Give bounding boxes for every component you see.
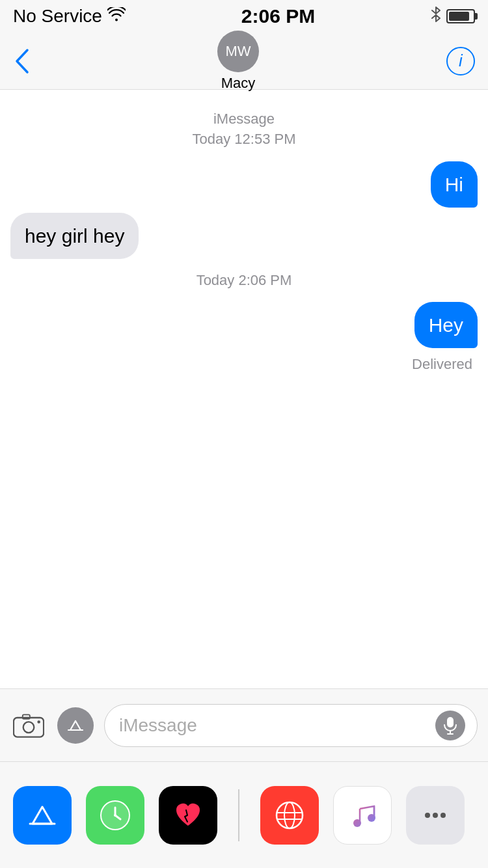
message-text-hi: Hi xyxy=(445,174,463,195)
svg-point-1 xyxy=(23,722,34,733)
camera-button[interactable] xyxy=(10,707,47,744)
dock-search-icon[interactable] xyxy=(260,786,319,845)
messages-area: iMessage Today 12:53 PM Hi hey girl hey … xyxy=(0,90,488,688)
timestamp-group2: Today 2:06 PM xyxy=(10,271,478,291)
svg-point-3 xyxy=(37,720,40,724)
bubble-hi: Hi xyxy=(431,161,478,208)
contact-info[interactable]: MW Macy xyxy=(217,31,259,92)
svg-point-19 xyxy=(425,813,430,818)
dock-more-icon[interactable] xyxy=(406,786,465,845)
message-text-heygirl: hey girl hey xyxy=(25,225,124,247)
bubble-heygirl: hey girl hey xyxy=(10,213,139,259)
contact-name: Macy xyxy=(221,75,256,92)
dock-music-icon[interactable] xyxy=(333,786,392,845)
bubble-hey: Hey xyxy=(414,302,478,348)
timestamp-group1: iMessage Today 12:53 PM xyxy=(10,109,478,150)
mic-button[interactable] xyxy=(435,711,465,740)
svg-point-10 xyxy=(114,814,116,817)
svg-point-12 xyxy=(284,802,295,828)
message-placeholder: iMessage xyxy=(119,715,197,736)
dock-apps xyxy=(13,786,475,845)
message-row-sent-hi: Hi xyxy=(10,161,478,208)
svg-point-11 xyxy=(277,802,303,828)
input-bar: iMessage xyxy=(0,688,488,761)
svg-point-21 xyxy=(441,813,446,818)
avatar: MW xyxy=(217,31,259,72)
svg-point-20 xyxy=(433,813,438,818)
dock-clock-icon[interactable] xyxy=(86,786,144,845)
message-row-sent-hey: Hey xyxy=(10,302,478,348)
svg-rect-4 xyxy=(447,717,454,727)
bluetooth-icon xyxy=(431,6,441,27)
dock-divider xyxy=(238,789,239,841)
info-button[interactable]: i xyxy=(446,47,475,75)
appstore-input-button[interactable] xyxy=(57,707,94,744)
imessage-label: iMessage xyxy=(10,109,478,129)
wifi-icon xyxy=(107,7,126,25)
status-bar: No Service 2:06 PM xyxy=(0,0,488,33)
timestamp2: Today 2:06 PM xyxy=(10,271,478,291)
carrier-text: No Service xyxy=(13,6,102,27)
delivered-label: Delivered xyxy=(10,356,478,373)
dock-heart-icon[interactable] xyxy=(159,786,217,845)
back-button[interactable] xyxy=(13,47,30,75)
battery-icon xyxy=(446,9,475,23)
status-right xyxy=(431,6,475,27)
dock xyxy=(0,761,488,868)
nav-header: MW Macy i xyxy=(0,33,488,90)
message-input-field[interactable]: iMessage xyxy=(104,704,478,747)
dock-appstore-icon[interactable] xyxy=(13,786,72,845)
message-text-hey: Hey xyxy=(429,314,463,336)
current-time: 2:06 PM xyxy=(241,5,315,27)
status-left: No Service xyxy=(13,6,126,27)
timestamp1: Today 12:53 PM xyxy=(10,129,478,150)
message-row-received-heygirl: hey girl hey xyxy=(10,213,478,259)
